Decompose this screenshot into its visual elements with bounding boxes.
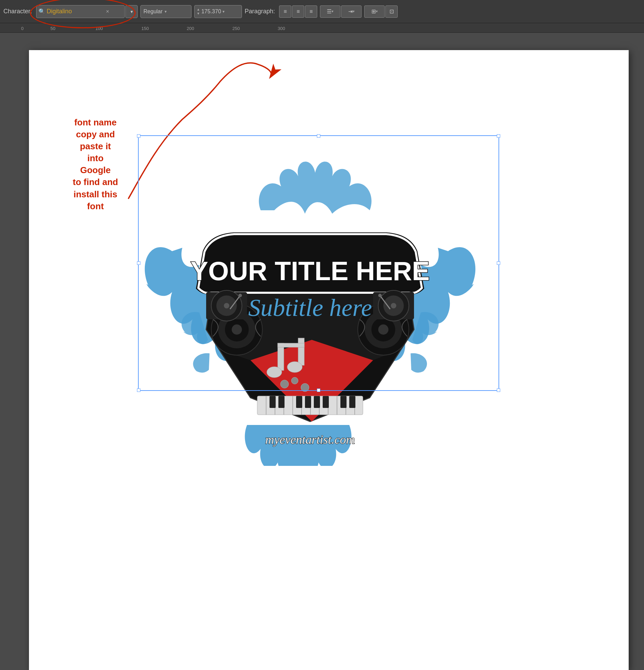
ruler-mark-150: 150 <box>142 26 149 31</box>
svg-point-41 <box>239 294 242 297</box>
svg-rect-12 <box>278 343 304 347</box>
artwork-website: myeventartist.com <box>266 433 355 446</box>
font-search-dropdown[interactable]: ▾ <box>125 5 138 18</box>
font-style-select[interactable]: Regular ▾ <box>140 5 191 18</box>
font-size-input[interactable]: ▲ ▼ 175.370 ▾ <box>194 5 242 18</box>
svg-point-13 <box>280 380 289 388</box>
annotation-line2: copy and <box>61 129 130 140</box>
svg-rect-30 <box>296 396 302 408</box>
indent-dropdown-icon: ▾ <box>353 9 355 14</box>
annotation-line4: into <box>61 152 130 164</box>
style-dropdown-icon: ▾ <box>164 9 166 14</box>
svg-rect-29 <box>278 396 284 408</box>
svg-rect-31 <box>305 396 311 408</box>
svg-rect-28 <box>269 396 276 408</box>
size-down-icon[interactable]: ▼ <box>197 12 200 16</box>
keyboard <box>257 396 363 415</box>
artwork-title: YOUR TITLE HERE <box>190 256 430 286</box>
artwork-subtitle: Subtitle here <box>248 294 372 321</box>
font-style-value: Regular <box>144 9 162 15</box>
align-left-button[interactable]: ≡ <box>279 5 291 18</box>
size-dropdown-icon[interactable]: ▾ <box>223 9 225 14</box>
ruler-mark-0: 0 <box>21 26 24 31</box>
annotation-text: font name copy and paste it into Google … <box>61 117 130 212</box>
align-left-icon: ≡ <box>283 9 286 15</box>
ruler-mark-50: 50 <box>51 26 55 31</box>
clear-icon[interactable]: × <box>106 9 109 15</box>
svg-rect-33 <box>323 396 329 408</box>
svg-point-11 <box>287 362 302 373</box>
indent-button[interactable]: ⇥ ▾ <box>341 5 362 18</box>
list-icon: ☰ <box>327 8 332 15</box>
dj-equipment-right <box>373 290 414 321</box>
paragraph-label: Paragraph: <box>245 8 275 15</box>
ruler-mark-300: 300 <box>278 26 285 31</box>
extra-group: ⊞ ▾ ⊡ <box>364 5 398 18</box>
svg-point-39 <box>224 303 229 308</box>
svg-rect-35 <box>349 396 355 408</box>
svg-point-15 <box>291 377 298 384</box>
search-icon: 🔍 <box>39 8 45 15</box>
font-search-input[interactable] <box>47 8 105 15</box>
svg-rect-10 <box>298 338 304 365</box>
handle-top-right[interactable] <box>497 134 500 138</box>
svg-point-7 <box>378 324 388 335</box>
canvas-area: font name copy and paste it into Google … <box>0 33 644 670</box>
align-center-icon: ≡ <box>296 9 299 15</box>
align-right-icon: ≡ <box>309 9 312 15</box>
list-dropdown-icon: ▾ <box>332 9 334 14</box>
annotation-line8: font <box>61 200 130 212</box>
list-button[interactable]: ☰ ▾ <box>320 5 340 18</box>
size-up-icon[interactable]: ▲ <box>197 8 200 12</box>
align-right-button[interactable]: ≡ <box>305 5 317 18</box>
svg-point-45 <box>391 303 396 308</box>
handle-top-left[interactable] <box>137 134 140 138</box>
svg-point-9 <box>267 367 282 378</box>
font-search-container[interactable]: 🔍 × <box>36 5 125 18</box>
svg-rect-34 <box>340 396 347 408</box>
font-search-wrapper: 🔍 × ▾ <box>36 5 138 18</box>
annotation-line3: paste it <box>61 140 130 152</box>
svg-point-14 <box>301 384 309 391</box>
character-label: Character: <box>3 8 32 15</box>
artwork-svg: YOUR TITLE HERE Subtitle here myeventart… <box>131 142 489 466</box>
annotation-line7: install this <box>61 188 130 200</box>
more-button[interactable]: ⊡ <box>385 5 398 18</box>
svg-rect-32 <box>314 396 320 408</box>
grid-button[interactable]: ⊞ ▾ <box>364 5 385 18</box>
ruler-mark-200: 200 <box>187 26 194 31</box>
artwork-container: YOUR TITLE HERE Subtitle here myeventart… <box>131 142 489 467</box>
handle-mid-right[interactable] <box>497 262 500 265</box>
font-size-value: 175.370 <box>201 9 221 15</box>
main-toolbar: Character: 🔍 × ▾ Regular ▾ ▲ ▼ 175.370 ▾… <box>0 0 644 23</box>
svg-point-3 <box>232 324 242 335</box>
horizontal-ruler: 0 50 100 150 200 250 300 <box>0 23 644 33</box>
annotation-line6: to find and <box>61 176 130 188</box>
grid-icon: ⊞ <box>372 8 376 15</box>
document-page: font name copy and paste it into Google … <box>29 50 629 670</box>
ruler-mark-250: 250 <box>232 26 240 31</box>
more-icon: ⊡ <box>389 8 394 15</box>
annotation-line5: Google <box>61 164 130 176</box>
align-center-button[interactable]: ≡ <box>292 5 304 18</box>
indent-icon: ⇥ <box>348 8 353 15</box>
handle-bot-right[interactable] <box>497 389 500 392</box>
ruler-mark-100: 100 <box>95 26 103 31</box>
grid-dropdown-icon: ▾ <box>376 9 378 14</box>
list-group: ☰ ▾ ⇥ ▾ <box>320 5 362 18</box>
size-stepper[interactable]: ▲ ▼ <box>197 8 200 16</box>
ruler-marks: 0 50 100 150 200 250 300 <box>0 23 644 32</box>
handle-top-mid[interactable] <box>317 134 320 138</box>
dropdown-arrow-icon: ▾ <box>131 9 133 14</box>
svg-point-47 <box>378 294 381 297</box>
dj-equipment-left <box>206 290 247 321</box>
annotation-line1: font name <box>61 117 130 129</box>
alignment-group: ≡ ≡ ≡ <box>279 5 317 18</box>
